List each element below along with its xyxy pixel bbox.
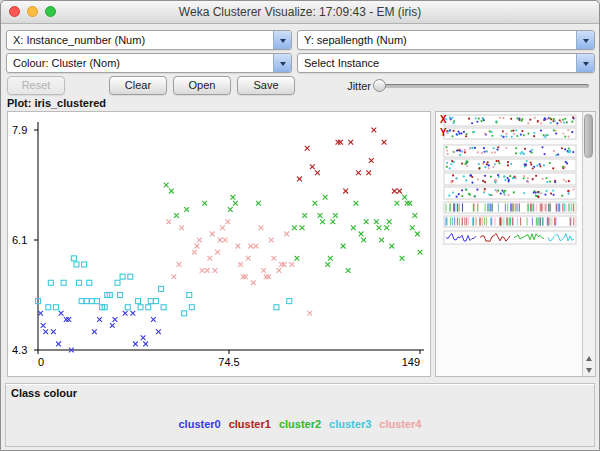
scroll-up-icon[interactable]	[583, 353, 595, 364]
attribute-matrix[interactable]	[436, 112, 582, 376]
colour-attribute-value: Colour: Cluster (Nom)	[7, 57, 273, 69]
legend-item-cluster0[interactable]: cluster0	[178, 418, 220, 430]
svg-text:74.5: 74.5	[218, 356, 239, 368]
scroll-down-icon[interactable]	[583, 364, 595, 375]
legend-item-cluster4[interactable]: cluster4	[379, 418, 421, 430]
jitter-label: Jitter	[333, 80, 371, 92]
chevron-down-icon	[273, 54, 291, 72]
select-instance-value: Select Instance	[298, 57, 576, 69]
legend-item-cluster2[interactable]: cluster2	[279, 418, 321, 430]
scrollbar-thumb[interactable]	[584, 114, 593, 158]
colour-attribute-dropdown[interactable]: Colour: Cluster (Nom)	[6, 53, 292, 73]
svg-text:7.9: 7.9	[12, 124, 27, 136]
clear-button[interactable]: Clear	[109, 76, 167, 95]
legend-item-cluster1[interactable]: cluster1	[229, 418, 271, 430]
x-attribute-value: X: Instance_number (Num)	[7, 34, 273, 46]
matrix-y-label: Y	[440, 127, 447, 138]
matrix-scrollbar[interactable]	[582, 112, 595, 376]
chevron-down-icon	[576, 54, 594, 72]
scatter-plot[interactable]: 7.96.14.3074.5149	[7, 111, 431, 377]
window-title: Weka Clusterer Visualize: 17:09:43 - EM …	[1, 5, 599, 19]
legend-row: cluster0cluster1cluster2cluster3cluster4	[6, 418, 594, 430]
chevron-down-icon	[576, 31, 594, 49]
svg-text:4.3: 4.3	[12, 344, 27, 356]
open-button[interactable]: Open	[173, 76, 231, 95]
svg-text:6.1: 6.1	[12, 234, 27, 246]
weka-visualize-window: Weka Clusterer Visualize: 17:09:43 - EM …	[0, 0, 600, 451]
attribute-selector-panel[interactable]: X Y	[435, 111, 596, 377]
svg-text:149: 149	[402, 356, 420, 368]
title-bar: Weka Clusterer Visualize: 17:09:43 - EM …	[1, 1, 599, 24]
chevron-down-icon	[273, 31, 291, 49]
jitter-slider-thumb[interactable]	[373, 79, 386, 92]
plot-title: Plot: iris_clustered	[7, 97, 106, 109]
save-button[interactable]: Save	[237, 76, 295, 95]
legend-item-cluster3[interactable]: cluster3	[329, 418, 371, 430]
scatter-canvas[interactable]: 7.96.14.3074.5149	[8, 112, 430, 376]
class-colour-panel: Class colour cluster0cluster1cluster2clu…	[5, 383, 595, 447]
matrix-x-label: X	[440, 114, 447, 125]
class-colour-title: Class colour	[11, 387, 77, 399]
jitter-slider-track[interactable]	[377, 84, 589, 88]
select-instance-dropdown[interactable]: Select Instance	[297, 53, 595, 73]
y-attribute-dropdown[interactable]: Y: sepallength (Num)	[297, 30, 595, 50]
y-attribute-value: Y: sepallength (Num)	[298, 34, 576, 46]
x-attribute-dropdown[interactable]: X: Instance_number (Num)	[6, 30, 292, 50]
reset-button[interactable]: Reset	[7, 76, 65, 95]
svg-text:0: 0	[38, 356, 44, 368]
